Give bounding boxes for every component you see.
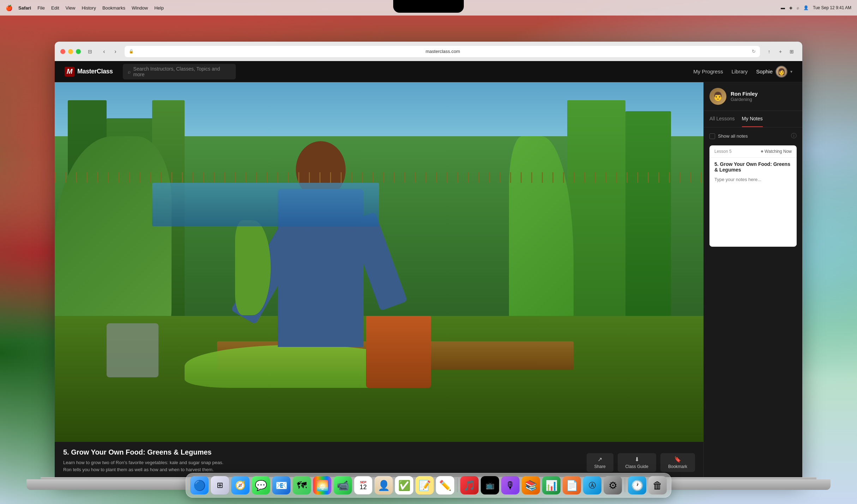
dock-icon-facetime[interactable]: 📹: [334, 476, 352, 494]
bookmark-label: Bookmark: [668, 464, 687, 469]
instructor-name: Ron Finley: [731, 91, 758, 97]
minimize-button[interactable]: [68, 49, 73, 54]
dock-icon-mail[interactable]: 📧: [272, 476, 290, 494]
menubar-window[interactable]: Window: [132, 5, 148, 11]
dock-icon-photos[interactable]: 🌅: [313, 476, 331, 494]
user-name: Sophie: [756, 68, 773, 74]
browser-chrome: ⊟ ‹ › 🔒 masterclass.com ↻ ↑ + ⊞: [55, 42, 802, 61]
note-card-header: Lesson 5 Watching Now: [709, 145, 797, 158]
search-placeholder: Search Instructors, Classes, Topics and …: [133, 66, 231, 77]
nav-my-progress[interactable]: My Progress: [693, 68, 723, 74]
instructor-avatar: 👨: [709, 88, 726, 105]
dock-icon-calendar[interactable]: SEP 12: [354, 476, 372, 494]
menubar-view[interactable]: View: [66, 5, 76, 11]
bookmark-icon: 🔖: [674, 456, 681, 463]
watching-dot: [761, 150, 763, 152]
reload-icon[interactable]: ↻: [752, 49, 756, 54]
address-bar[interactable]: 🔒 masterclass.com ↻: [125, 46, 760, 57]
dock-icon-appstore[interactable]: Ⓐ: [583, 476, 601, 494]
apple-menu[interactable]: 🍎: [6, 5, 13, 11]
dock: 🔵 ⊞ 🧭 💬 📧 🗺 🌅 📹 SEP 12 👤 ✅ 📝 ✏️ 🎵 📺 🎙 📚 …: [186, 473, 671, 498]
video-section: 5. Grow Your Own Food: Greens & Legumes …: [55, 82, 703, 479]
menubar-search-icon[interactable]: ⌕: [797, 5, 799, 10]
dock-icon-contacts[interactable]: 👤: [374, 476, 393, 494]
mc-main-content: 5. Grow Your Own Food: Greens & Legumes …: [55, 82, 802, 479]
mc-logo[interactable]: M MasterClass: [65, 67, 113, 77]
class-guide-label: Class Guide: [625, 464, 648, 469]
note-card: Lesson 5 Watching Now 5. Grow Your Own F…: [709, 145, 797, 247]
video-description: Learn how to grow two of Ron's favorite …: [63, 459, 233, 473]
dock-icon-notes[interactable]: 📝: [415, 476, 434, 494]
mc-nav-right: My Progress Library Sophie 👩 ▾: [693, 66, 792, 78]
menubar-help[interactable]: Help: [154, 5, 164, 11]
mc-logo-m: M: [67, 67, 73, 76]
maximize-button[interactable]: [76, 49, 81, 54]
close-button[interactable]: [60, 49, 65, 54]
menubar: 🍎 Safari File Edit View History Bookmark…: [0, 0, 857, 16]
info-icon[interactable]: ⓘ: [791, 132, 797, 140]
search-icon: ⌕: [128, 69, 131, 74]
menubar-user-icon[interactable]: 👤: [803, 5, 809, 10]
menubar-time: Tue Sep 12 9:41 AM: [813, 5, 851, 10]
dock-icon-launchpad[interactable]: ⊞: [211, 476, 229, 494]
nav-library[interactable]: Library: [731, 68, 748, 74]
user-menu-button[interactable]: Sophie 👩 ▾: [756, 66, 792, 78]
lock-icon: 🔒: [129, 49, 134, 54]
sidebar-toggle-button[interactable]: ⊟: [85, 47, 95, 56]
dock-icon-screentime[interactable]: 🕐: [628, 476, 646, 494]
dock-icon-safari[interactable]: 🧭: [231, 476, 250, 494]
dock-icon-maps[interactable]: 🗺: [293, 476, 311, 494]
menubar-bookmarks[interactable]: Bookmarks: [102, 5, 125, 11]
mc-logo-icon: M: [65, 67, 74, 77]
browser-window: ⊟ ‹ › 🔒 masterclass.com ↻ ↑ + ⊞: [55, 42, 802, 479]
watching-badge: Watching Now: [761, 149, 792, 154]
instructor-info: Ron Finley Gardening: [731, 91, 758, 102]
class-guide-button[interactable]: ⬇ Class Guide: [618, 453, 656, 472]
dock-icon-trash[interactable]: 🗑: [648, 476, 667, 494]
video-title: 5. Grow Your Own Food: Greens & Legumes: [63, 448, 587, 456]
bookmark-button[interactable]: 🔖 Bookmark: [660, 453, 695, 472]
notes-section: Show all notes ⓘ Lesson 5 Watching Now: [704, 127, 802, 479]
dock-icon-freeform[interactable]: ✏️: [436, 476, 454, 494]
show-all-notes-label[interactable]: Show all notes: [718, 133, 748, 139]
dock-icon-numbers[interactable]: 📊: [542, 476, 561, 494]
back-button[interactable]: ‹: [99, 47, 109, 56]
dock-icon-podcasts[interactable]: 🎙: [501, 476, 520, 494]
dock-icon-music[interactable]: 🎵: [460, 476, 479, 494]
dock-icon-pages[interactable]: 📄: [563, 476, 581, 494]
share-video-button[interactable]: ↗ Share: [587, 453, 613, 472]
dock-separator-2: [625, 478, 625, 492]
tab-all-lessons[interactable]: All Lessons: [709, 111, 735, 127]
forward-button[interactable]: ›: [110, 47, 120, 56]
browser-action-buttons: ↑ + ⊞: [764, 47, 797, 56]
menubar-file[interactable]: File: [37, 5, 45, 11]
note-textarea[interactable]: [709, 175, 797, 245]
mc-search-bar[interactable]: ⌕ Search Instructors, Classes, Topics an…: [123, 64, 236, 79]
dock-icon-messages[interactable]: 💬: [252, 476, 270, 494]
video-player[interactable]: [55, 82, 703, 442]
note-lesson-title: 5. Grow Your Own Food: Greens & Legumes: [709, 158, 797, 175]
dock-icon-books[interactable]: 📚: [522, 476, 540, 494]
panel-tabs: All Lessons My Notes: [704, 111, 802, 127]
tabs-button[interactable]: ⊞: [787, 47, 797, 56]
notch: [393, 0, 464, 13]
menubar-app-name[interactable]: Safari: [18, 5, 31, 11]
download-icon: ⬇: [635, 456, 639, 463]
held-plant: [235, 220, 271, 315]
dock-icon-settings[interactable]: ⚙: [604, 476, 622, 494]
dock-icon-appletv[interactable]: 📺: [481, 476, 499, 494]
traffic-lights: [60, 49, 81, 54]
watching-label: Watching Now: [765, 149, 792, 154]
mc-navbar: M MasterClass ⌕ Search Instructors, Clas…: [55, 61, 802, 82]
show-all-notes-row: Show all notes ⓘ: [709, 132, 797, 140]
video-action-buttons: ↗ Share ⬇ Class Guide 🔖 Bookmark: [587, 453, 695, 472]
mc-logo-text: MasterClass: [77, 68, 113, 75]
show-all-notes-checkbox[interactable]: [709, 133, 715, 139]
new-tab-button[interactable]: +: [775, 47, 785, 56]
share-button[interactable]: ↑: [764, 47, 774, 56]
dock-icon-finder[interactable]: 🔵: [190, 476, 209, 494]
dock-icon-reminders[interactable]: ✅: [395, 476, 413, 494]
menubar-edit[interactable]: Edit: [51, 5, 59, 11]
tab-my-notes[interactable]: My Notes: [742, 111, 763, 127]
menubar-history[interactable]: History: [82, 5, 96, 11]
